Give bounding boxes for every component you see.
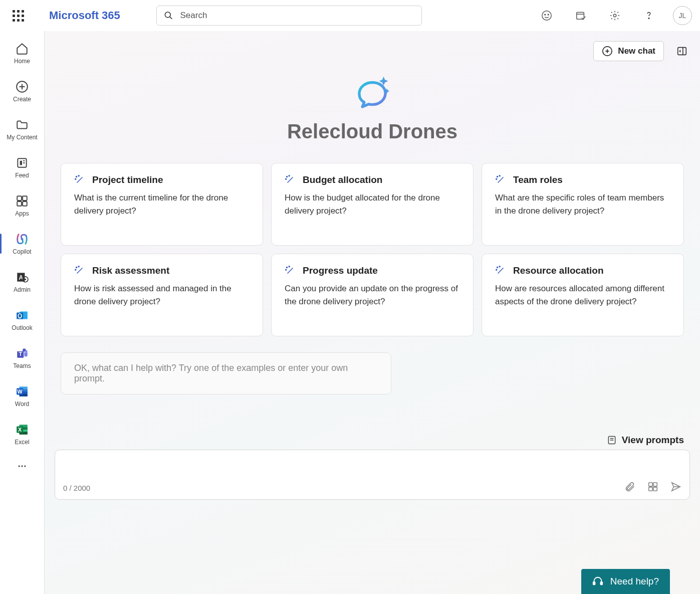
settings-gear-icon[interactable] <box>605 6 625 26</box>
svg-rect-77 <box>593 582 595 585</box>
svg-rect-18 <box>17 202 22 206</box>
svg-rect-49 <box>678 48 686 55</box>
svg-point-2 <box>542 11 551 20</box>
svg-rect-73 <box>653 483 657 486</box>
svg-point-23 <box>25 279 26 280</box>
prompt-card-project-timeline[interactable]: Project timeline What is the current tim… <box>61 163 263 246</box>
svg-rect-16 <box>17 196 22 201</box>
hero-title: Relecloud Drones <box>287 120 457 143</box>
svg-point-44 <box>21 465 23 467</box>
new-chat-label: New chat <box>618 46 655 56</box>
sidebar-label: Word <box>15 401 29 408</box>
emoji-icon[interactable] <box>537 6 557 26</box>
sidebar-item-excel[interactable]: X Excel <box>0 416 44 452</box>
prompt-cards-grid: Project timeline What is the current tim… <box>61 163 684 336</box>
svg-point-55 <box>289 175 290 176</box>
svg-rect-75 <box>653 487 657 491</box>
card-title: Resource allocation <box>513 265 604 276</box>
sidebar-label: Home <box>14 58 30 65</box>
sidebar-more-button[interactable] <box>0 454 44 478</box>
wand-icon <box>285 265 296 276</box>
card-title: Budget allocation <box>303 174 382 185</box>
svg-rect-19 <box>23 202 27 206</box>
wand-icon <box>74 265 85 276</box>
svg-line-1 <box>170 17 172 19</box>
app-launcher-button[interactable] <box>8 6 28 26</box>
card-body: How is risk assessed and managed in the … <box>74 282 250 308</box>
send-icon <box>670 481 681 492</box>
svg-point-3 <box>545 14 546 15</box>
teams-icon: T <box>15 346 29 360</box>
apps-grid-icon <box>647 481 658 492</box>
brand-title[interactable]: Microsoft 365 <box>49 9 120 22</box>
sidebar-item-teams[interactable]: T Teams <box>0 340 44 376</box>
svg-point-58 <box>499 175 500 176</box>
calendar-check-icon[interactable] <box>571 6 591 26</box>
search-icon <box>164 11 173 21</box>
svg-point-4 <box>548 14 549 15</box>
home-icon <box>15 42 29 56</box>
svg-point-63 <box>287 267 288 268</box>
card-body: How is the budget allocated for the dron… <box>285 191 460 217</box>
svg-point-28 <box>26 350 28 352</box>
sidebar-item-word[interactable]: W Word <box>0 378 44 414</box>
folder-icon <box>15 118 29 132</box>
search-box[interactable] <box>156 6 422 26</box>
chat-input-box[interactable]: 0 / 2000 <box>55 450 690 500</box>
view-prompts-button[interactable]: View prompts <box>607 435 684 446</box>
prompts-list-icon <box>607 435 617 445</box>
sidebar-item-home[interactable]: Home <box>0 35 44 71</box>
need-help-button[interactable]: Need help? <box>581 569 670 594</box>
sidebar-item-apps[interactable]: Apps <box>0 187 44 224</box>
svg-point-65 <box>286 269 287 270</box>
svg-point-53 <box>75 178 76 179</box>
svg-rect-13 <box>20 161 22 165</box>
svg-rect-72 <box>649 483 652 486</box>
svg-rect-74 <box>649 487 652 491</box>
svg-text:X: X <box>18 427 22 433</box>
svg-point-66 <box>497 267 498 268</box>
prompt-card-risk-assessment[interactable]: Risk assessment How is risk assessed and… <box>61 254 263 336</box>
svg-point-64 <box>289 266 290 267</box>
sidebar-item-create[interactable]: Create <box>0 73 44 109</box>
more-icon <box>17 461 27 471</box>
sidebar-item-outlook[interactable]: Outlook <box>0 302 44 338</box>
search-input[interactable] <box>180 11 414 21</box>
outlook-icon <box>15 308 29 322</box>
plus-circle-icon <box>15 80 29 94</box>
sidebar-item-copilot[interactable]: Copilot <box>0 226 44 262</box>
new-chat-button[interactable]: New chat <box>593 41 664 61</box>
svg-point-62 <box>75 269 76 270</box>
sidebar-item-admin[interactable]: A Admin <box>0 264 44 300</box>
feed-icon <box>15 156 29 170</box>
svg-rect-78 <box>600 582 602 585</box>
user-avatar[interactable]: JL <box>673 6 692 25</box>
panel-toggle-button[interactable] <box>674 43 690 59</box>
svg-point-43 <box>19 465 20 467</box>
send-button[interactable] <box>670 481 681 492</box>
apps-button[interactable] <box>647 481 658 492</box>
attach-button[interactable] <box>624 481 635 492</box>
sidebar-item-feed[interactable]: Feed <box>0 149 44 185</box>
svg-text:W: W <box>18 388 23 394</box>
card-body: How are resources allocated among differ… <box>495 282 670 308</box>
sidebar-label: Apps <box>15 210 29 217</box>
svg-point-7 <box>613 14 616 17</box>
prompt-card-budget-allocation[interactable]: Budget allocation How is the budget allo… <box>271 163 474 246</box>
apps-grid-icon <box>15 194 29 208</box>
help-icon[interactable] <box>639 6 659 26</box>
prompt-card-progress-update[interactable]: Progress update Can you provide an updat… <box>271 254 474 336</box>
prompt-card-resource-allocation[interactable]: Resource allocation How are resources al… <box>482 254 684 336</box>
character-count: 0 / 2000 <box>63 484 90 492</box>
prompt-card-team-roles[interactable]: Team roles What are the specific roles o… <box>482 163 684 246</box>
svg-point-0 <box>165 12 170 18</box>
copilot-icon <box>15 232 29 246</box>
admin-icon: A <box>15 270 29 284</box>
sidebar-item-my-content[interactable]: My Content <box>0 111 44 147</box>
card-title: Team roles <box>513 174 563 185</box>
sidebar-label: My Content <box>7 134 37 141</box>
card-body: Can you provide an update on the progres… <box>285 282 460 308</box>
svg-point-67 <box>499 266 500 267</box>
sidebar-label: Copilot <box>13 248 31 255</box>
svg-point-68 <box>496 269 497 270</box>
